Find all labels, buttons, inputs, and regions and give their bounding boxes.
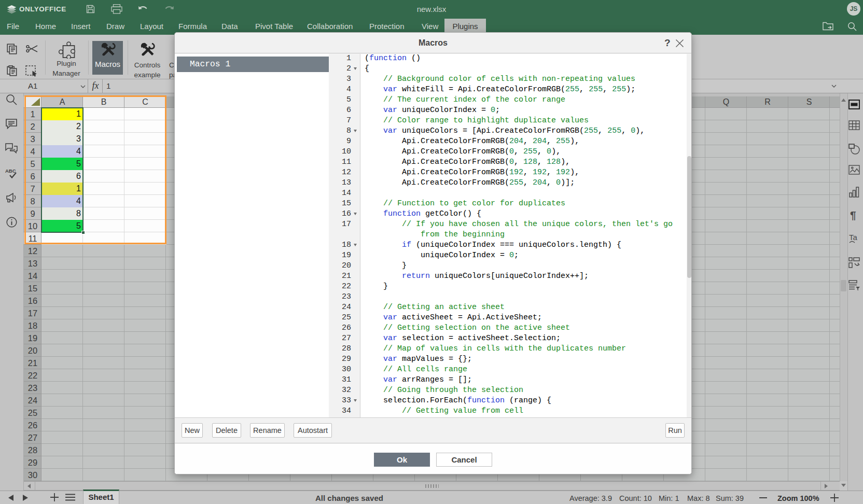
- svg-text:Ta: Ta: [849, 233, 858, 242]
- svg-text:ABC: ABC: [5, 168, 16, 174]
